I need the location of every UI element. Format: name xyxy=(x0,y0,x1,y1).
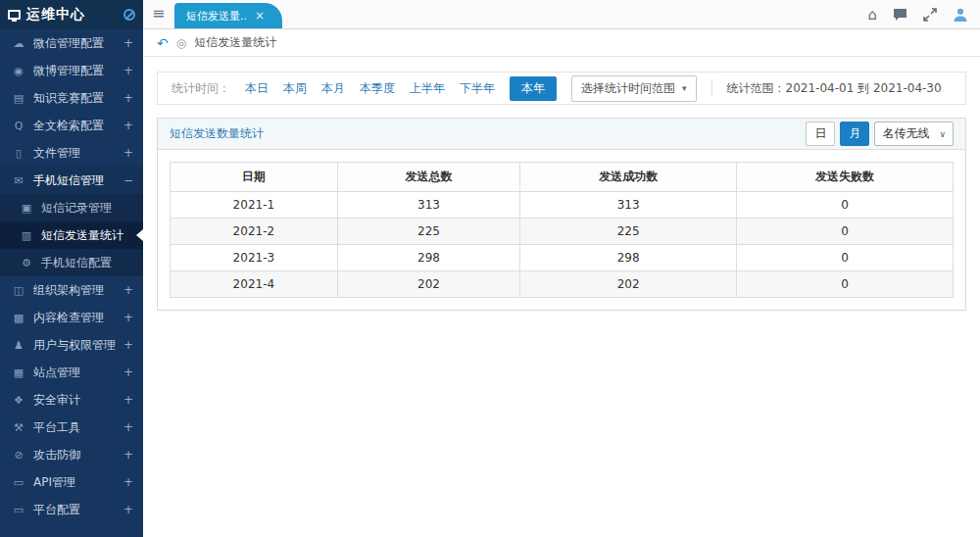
filter-option-second-half[interactable]: 下半年 xyxy=(460,80,495,97)
filter-option-year-active[interactable]: 本年 xyxy=(510,76,557,101)
sidebar-item-security-audit[interactable]: ❖ 安全审计 + xyxy=(0,386,143,414)
weibo-icon: ◉ xyxy=(12,65,25,77)
sidebar-item-wechat-config[interactable]: ☁ 微信管理配置 + xyxy=(0,29,143,57)
plus-icon[interactable]: + xyxy=(123,64,133,77)
sidebar-item-label: 攻击防御 xyxy=(33,447,80,464)
monitor-small-icon: ▭ xyxy=(12,476,25,489)
sidebar-subitem-label: 手机短信配置 xyxy=(41,255,112,271)
sidebar-item-content-check[interactable]: ▩ 内容检查管理 + xyxy=(0,304,143,331)
sidebar-item-label: 微信管理配置 xyxy=(33,35,104,52)
sidebar-item-quiz-config[interactable]: ▤ 知识竞赛配置 + xyxy=(0,84,143,112)
tools-icon: ⚒ xyxy=(12,421,25,434)
sidebar-item-site-management[interactable]: ▦ 站点管理 + xyxy=(0,359,143,386)
cell-date: 2021-4 xyxy=(171,271,338,298)
chat-icon[interactable] xyxy=(893,8,907,22)
panel-controls: 日 月 名传无线 ∨ xyxy=(806,122,954,146)
cell-total: 298 xyxy=(337,245,519,271)
sidebar: 运维中心 ☁ 微信管理配置 + ◉ 微博管理配置 + ▤ 知识竞赛配置 + Q … xyxy=(0,0,143,537)
col-header-success: 发送成功数 xyxy=(520,163,737,192)
plus-icon[interactable]: + xyxy=(123,91,133,105)
bar-chart-icon: ▥ xyxy=(20,229,33,242)
plus-icon[interactable]: + xyxy=(123,283,133,297)
main-area: ≡ 短信发送量.. × ⌂ ↶ ◎ 短信发送量统计 统计时间： 本日 本周 xyxy=(143,0,980,537)
plus-icon[interactable]: + xyxy=(123,311,133,324)
channel-select-value: 名传无线 xyxy=(882,125,929,142)
tab-sms-volume[interactable]: 短信发送量.. × xyxy=(174,3,282,28)
panel-title: 短信发送数量统计 xyxy=(170,125,264,142)
minus-icon[interactable]: − xyxy=(123,173,133,187)
sidebar-item-sms-management[interactable]: ✉ 手机短信管理 − xyxy=(0,167,143,194)
home-icon[interactable]: ⌂ xyxy=(867,8,877,23)
sidebar-collapse-icon[interactable] xyxy=(123,9,135,21)
filter-option-month[interactable]: 本月 xyxy=(321,80,345,97)
sidebar-item-file-management[interactable]: ▯ 文件管理 + xyxy=(0,139,143,167)
monitor-icon xyxy=(8,10,21,20)
tab-label: 短信发送量.. xyxy=(186,9,247,24)
sidebar-subitem-sms-config[interactable]: ⚙ 手机短信配置 xyxy=(0,249,143,276)
sidebar-subitem-sms-records[interactable]: ▣ 短信记录管理 xyxy=(0,194,143,221)
plus-icon[interactable]: + xyxy=(123,366,133,379)
plus-icon[interactable]: + xyxy=(123,338,133,352)
sidebar-subitem-sms-volume-stats[interactable]: ▥ 短信发送量统计 xyxy=(0,221,143,249)
cell-date: 2021-1 xyxy=(171,192,338,219)
unit-day-button[interactable]: 日 xyxy=(806,122,835,146)
statistics-range-text: 统计范围：2021-04-01 到 2021-04-30 xyxy=(727,80,942,97)
table-row: 2021-1 313 313 0 xyxy=(171,192,954,219)
plus-icon[interactable]: + xyxy=(123,36,133,50)
unit-month-button[interactable]: 月 xyxy=(840,122,869,146)
panel-body: 日期 发送总数 发送成功数 发送失败数 2021-1 313 313 0 xyxy=(158,150,965,310)
plus-icon[interactable]: + xyxy=(123,393,133,407)
sidebar-item-fulltext-search[interactable]: Q 全文检索配置 + xyxy=(0,112,143,139)
panel-header: 短信发送数量统计 日 月 名传无线 ∨ xyxy=(158,119,965,150)
filter-option-today[interactable]: 本日 xyxy=(245,80,269,97)
sidebar-item-platform-tools[interactable]: ⚒ 平台工具 + xyxy=(0,414,143,441)
filter-option-week[interactable]: 本周 xyxy=(283,80,307,97)
cell-total: 202 xyxy=(337,271,519,298)
sidebar-item-platform-config[interactable]: ▭ 平台配置 + xyxy=(0,496,143,523)
org-chart-icon: ◫ xyxy=(12,284,25,297)
filter-option-first-half[interactable]: 上半年 xyxy=(410,80,445,97)
topbar: ≡ 短信发送量.. × ⌂ xyxy=(143,0,980,29)
plus-icon[interactable]: + xyxy=(123,503,133,516)
sidebar-item-weibo-config[interactable]: ◉ 微博管理配置 + xyxy=(0,57,143,84)
grid-icon: ▦ xyxy=(12,366,25,379)
plus-icon[interactable]: + xyxy=(123,420,133,434)
filter-label: 统计时间： xyxy=(172,80,230,97)
plus-icon[interactable]: + xyxy=(123,448,133,462)
cell-total: 313 xyxy=(337,192,519,219)
filter-strip: 统计时间： 本日 本周 本月 本季度 上半年 下半年 本年 选择统计时间范围 ▾… xyxy=(157,72,966,105)
document-icon: ▤ xyxy=(12,92,25,105)
back-icon[interactable]: ↶ xyxy=(157,35,169,51)
cell-failed: 0 xyxy=(737,245,954,271)
sidebar-item-attack-defense[interactable]: ⊘ 攻击防御 + xyxy=(0,441,143,468)
plus-icon[interactable]: + xyxy=(123,475,133,489)
col-header-date: 日期 xyxy=(171,163,338,192)
plus-icon[interactable]: + xyxy=(123,146,133,160)
sms-record-icon: ▣ xyxy=(20,202,33,215)
cell-date: 2021-2 xyxy=(171,219,338,245)
cell-success: 313 xyxy=(520,192,737,219)
user-avatar[interactable] xyxy=(953,7,968,23)
sidebar-subitem-label: 短信发送量统计 xyxy=(41,227,123,244)
cell-success: 225 xyxy=(520,219,737,245)
select-range-button[interactable]: 选择统计时间范围 ▾ xyxy=(571,75,697,102)
fullscreen-icon[interactable] xyxy=(923,8,937,22)
wechat-icon: ☁ xyxy=(12,37,25,50)
user-icon: ♟ xyxy=(12,339,25,352)
bullseye-icon: ◎ xyxy=(176,36,186,50)
channel-select[interactable]: 名传无线 ∨ xyxy=(874,122,954,146)
sidebar-item-label: 平台配置 xyxy=(33,502,80,518)
col-header-failed: 发送失败数 xyxy=(737,163,954,192)
sidebar-item-users-permissions[interactable]: ♟ 用户与权限管理 + xyxy=(0,331,143,359)
sidebar-item-api-management[interactable]: ▭ API管理 + xyxy=(0,468,143,496)
monitor-small-icon: ▭ xyxy=(12,504,25,516)
filter-option-quarter[interactable]: 本季度 xyxy=(360,80,395,97)
sidebar-item-label: 内容检查管理 xyxy=(33,310,104,326)
breadcrumb: ↶ ◎ 短信发送量统计 xyxy=(143,29,980,57)
tab-close-icon[interactable]: × xyxy=(255,9,265,23)
sidebar-item-org-structure[interactable]: ◫ 组织架构管理 + xyxy=(0,276,143,304)
caret-down-icon: ▾ xyxy=(682,83,687,93)
plus-icon[interactable]: + xyxy=(123,119,133,132)
cell-success: 298 xyxy=(520,245,737,271)
menu-toggle-icon[interactable]: ≡ xyxy=(152,6,165,22)
